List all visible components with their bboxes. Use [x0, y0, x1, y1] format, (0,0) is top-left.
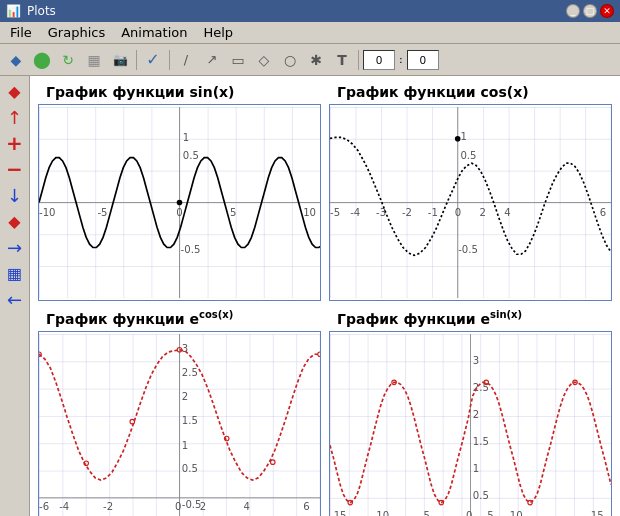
- sidebar-btn-up[interactable]: ↑: [4, 106, 26, 128]
- svg-text:1: 1: [183, 132, 189, 143]
- svg-point-29: [455, 136, 461, 142]
- svg-text:4: 4: [244, 501, 250, 512]
- close-button[interactable]: ✕: [600, 4, 614, 18]
- refresh-button[interactable]: ↻: [56, 48, 80, 72]
- svg-text:1: 1: [473, 463, 479, 474]
- circle-tool[interactable]: ○: [278, 48, 302, 72]
- export-button[interactable]: 📷: [108, 48, 132, 72]
- text-tool[interactable]: T: [330, 48, 354, 72]
- svg-text:-15: -15: [330, 510, 347, 516]
- plot-title-cos: График функции cos(x): [329, 84, 612, 100]
- plot-title-ecos: График функции ecos(x): [38, 309, 321, 327]
- svg-text:0.5: 0.5: [183, 150, 199, 161]
- maximize-button[interactable]: □: [583, 4, 597, 18]
- svg-text:15: 15: [591, 510, 604, 516]
- svg-text:5: 5: [487, 510, 493, 516]
- toolbar-label-1: :: [399, 53, 403, 66]
- title-bar: 📊 Plots _ □ ✕: [0, 0, 620, 22]
- svg-text:-0.5: -0.5: [182, 499, 202, 510]
- plot-cell-ecos: График функции ecos(x): [38, 309, 321, 516]
- svg-text:0.5: 0.5: [473, 490, 489, 501]
- window-title: Plots: [27, 4, 56, 18]
- svg-text:-5: -5: [97, 207, 107, 218]
- svg-text:1: 1: [460, 131, 466, 142]
- svg-text:-5: -5: [330, 207, 340, 218]
- sidebar-btn-down[interactable]: ↓: [4, 184, 26, 206]
- svg-text:1.5: 1.5: [182, 415, 198, 426]
- svg-text:-3: -3: [376, 207, 386, 218]
- svg-text:1: 1: [182, 439, 188, 450]
- sidebar-btn-minus[interactable]: −: [4, 158, 26, 180]
- plot-title-esin: График функции esin(x): [329, 309, 612, 327]
- plot-cell-esin: График функции esin(x): [329, 309, 612, 516]
- plot-area-sin[interactable]: -10 -5 0 5 10 0.5 1 -0.5: [38, 104, 321, 301]
- new-plot-button[interactable]: ⬤: [30, 48, 54, 72]
- svg-text:0: 0: [176, 207, 182, 218]
- svg-text:-10: -10: [39, 207, 56, 218]
- plot-cell-sin: График функции sin(x): [38, 84, 321, 301]
- pointer-tool[interactable]: ◆: [4, 48, 28, 72]
- svg-text:5: 5: [230, 207, 236, 218]
- sidebar-btn-left[interactable]: ←: [4, 288, 26, 310]
- svg-text:-2: -2: [402, 207, 412, 218]
- check-button[interactable]: ✓: [141, 48, 165, 72]
- toolbar: ◆ ⬤ ↻ ▦ 📷 ✓ / ↗ ▭ ◇ ○ ✱ T :: [0, 44, 620, 76]
- menu-graphics[interactable]: Graphics: [40, 23, 113, 42]
- svg-text:-10: -10: [373, 510, 390, 516]
- svg-text:0.5: 0.5: [460, 150, 476, 161]
- plot-area-esin[interactable]: -15 -10 -5 0 5 10 15 0.5 1 1.5 2 2.5 3: [329, 331, 612, 516]
- menu-animation[interactable]: Animation: [113, 23, 195, 42]
- svg-text:-4: -4: [350, 207, 360, 218]
- svg-text:2: 2: [479, 207, 485, 218]
- svg-text:2.5: 2.5: [182, 366, 198, 377]
- arrow-tool[interactable]: ↗: [200, 48, 224, 72]
- svg-text:6: 6: [303, 501, 309, 512]
- diamond-tool[interactable]: ◇: [252, 48, 276, 72]
- svg-text:0: 0: [175, 501, 181, 512]
- svg-text:-5: -5: [420, 510, 430, 516]
- svg-text:-2: -2: [103, 501, 113, 512]
- rect-tool[interactable]: ▭: [226, 48, 250, 72]
- grid-button[interactable]: ▦: [82, 48, 106, 72]
- num-input-1[interactable]: [363, 50, 395, 70]
- svg-text:0: 0: [466, 510, 472, 516]
- plot-cell-cos: График функции cos(x): [329, 84, 612, 301]
- svg-text:-4: -4: [59, 501, 69, 512]
- menu-file[interactable]: File: [2, 23, 40, 42]
- sep2: [169, 50, 170, 70]
- svg-text:0: 0: [455, 207, 461, 218]
- svg-text:2: 2: [182, 391, 188, 402]
- svg-text:0.5: 0.5: [182, 463, 198, 474]
- sep1: [136, 50, 137, 70]
- svg-text:10: 10: [303, 207, 316, 218]
- svg-text:-1: -1: [428, 207, 438, 218]
- sidebar-btn-right[interactable]: →: [4, 236, 26, 258]
- svg-text:2.5: 2.5: [473, 382, 489, 393]
- sidebar-btn-plus[interactable]: +: [4, 132, 26, 154]
- plots-grid: График функции sin(x): [38, 84, 612, 508]
- svg-text:1.5: 1.5: [473, 436, 489, 447]
- menu-bar: File Graphics Animation Help: [0, 22, 620, 44]
- line-tool[interactable]: /: [174, 48, 198, 72]
- sidebar: ◆ ↑ + − ↓ ◆ → ▦ ←: [0, 76, 30, 516]
- sep3: [358, 50, 359, 70]
- svg-text:10: 10: [510, 510, 523, 516]
- svg-text:3: 3: [473, 355, 479, 366]
- num-input-2[interactable]: [407, 50, 439, 70]
- svg-point-12: [177, 200, 183, 206]
- svg-text:6: 6: [600, 207, 606, 218]
- window-icon: 📊: [6, 4, 21, 18]
- content-area: График функции sin(x): [30, 76, 620, 516]
- sidebar-btn-diamond[interactable]: ◆: [4, 80, 26, 102]
- svg-text:2: 2: [473, 409, 479, 420]
- minimize-button[interactable]: _: [566, 4, 580, 18]
- svg-text:-0.5: -0.5: [181, 244, 201, 255]
- sidebar-btn-left-diamond[interactable]: ◆: [4, 210, 26, 232]
- svg-text:-6: -6: [39, 501, 49, 512]
- svg-text:-0.5: -0.5: [458, 244, 478, 255]
- sidebar-btn-grid[interactable]: ▦: [4, 262, 26, 284]
- asterisk-tool[interactable]: ✱: [304, 48, 328, 72]
- menu-help[interactable]: Help: [195, 23, 241, 42]
- plot-area-ecos[interactable]: -6 -4 -2 0 2 4 6 3 2.5 2 1.5 1 0.5: [38, 331, 321, 516]
- plot-area-cos[interactable]: -5 -4 -3 -2 -1 0 2 4 6 0.5 1 -0.5: [329, 104, 612, 301]
